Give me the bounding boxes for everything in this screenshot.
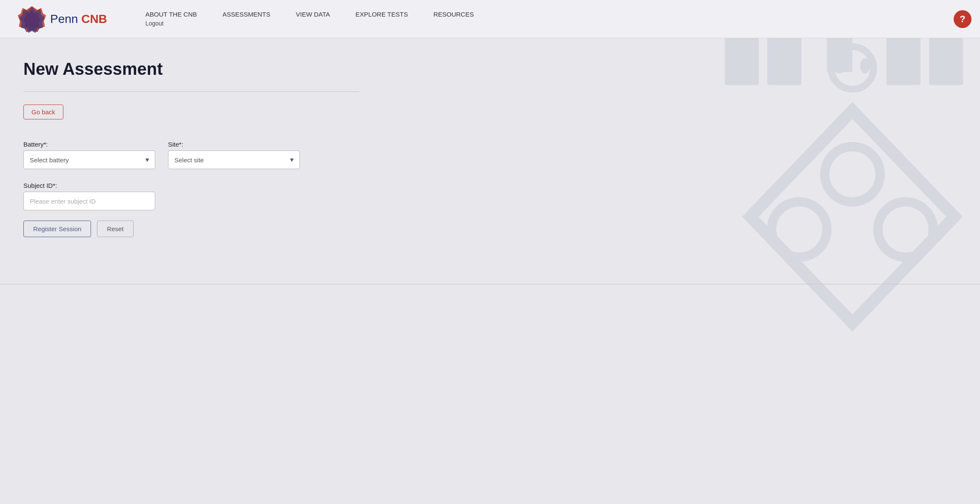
svg-rect-3: [929, 34, 963, 85]
main-content: New Assessment Go back Battery*: Select …: [0, 38, 383, 258]
logo-area: Penn CNB: [17, 4, 107, 34]
logo-cnb: CNB: [81, 12, 107, 25]
form-row: Battery*: Select battery ▼ Site*: Select…: [23, 141, 359, 210]
nav-exploretests[interactable]: EXPLORE TESTS: [343, 6, 421, 23]
site-group: Site*: Select site ▼: [168, 141, 300, 169]
reset-button[interactable]: Reset: [97, 221, 133, 237]
site-select-wrapper: Select site ▼: [168, 150, 300, 169]
go-back-button[interactable]: Go back: [23, 105, 63, 119]
register-session-button[interactable]: Register Session: [23, 221, 91, 237]
svg-point-6: [772, 202, 827, 257]
svg-rect-0: [725, 34, 759, 85]
top-divider: [23, 91, 359, 92]
battery-select-wrapper: Select battery ▼: [23, 150, 155, 169]
subject-id-label: Subject ID*:: [23, 182, 155, 189]
nav-about[interactable]: ABOUT THE CNB Logout: [133, 6, 210, 32]
subject-id-input[interactable]: [23, 192, 155, 210]
header: Penn CNB ABOUT THE CNB Logout ASSESSMENT…: [0, 0, 980, 38]
nav-assessments[interactable]: ASSESSMENTS: [210, 6, 283, 23]
nav-viewdata[interactable]: VIEW DATA: [283, 6, 343, 23]
bottom-divider: [0, 284, 980, 284]
logo-penn: Penn CNB: [50, 12, 107, 26]
svg-point-9: [835, 58, 845, 74]
site-select[interactable]: Select site: [168, 150, 300, 169]
battery-group: Battery*: Select battery ▼: [23, 141, 155, 169]
svg-point-7: [878, 202, 933, 257]
button-row: Register Session Reset: [23, 221, 359, 237]
svg-point-5: [825, 147, 880, 202]
main-nav: ABOUT THE CNB Logout ASSESSMENTS VIEW DA…: [133, 6, 963, 32]
site-label: Site*:: [168, 141, 300, 148]
battery-label: Battery*:: [23, 141, 155, 148]
svg-point-8: [831, 47, 874, 89]
svg-rect-2: [886, 34, 920, 85]
nav-resources[interactable]: RESOURCES: [421, 6, 487, 23]
brain-logo: [17, 4, 47, 34]
svg-rect-1: [767, 34, 801, 85]
svg-point-10: [860, 58, 870, 74]
battery-select[interactable]: Select battery: [23, 150, 155, 169]
subject-id-group: Subject ID*:: [23, 182, 155, 210]
watermark: [699, 25, 980, 410]
help-button[interactable]: ?: [954, 10, 971, 28]
page-title: New Assessment: [23, 59, 359, 79]
